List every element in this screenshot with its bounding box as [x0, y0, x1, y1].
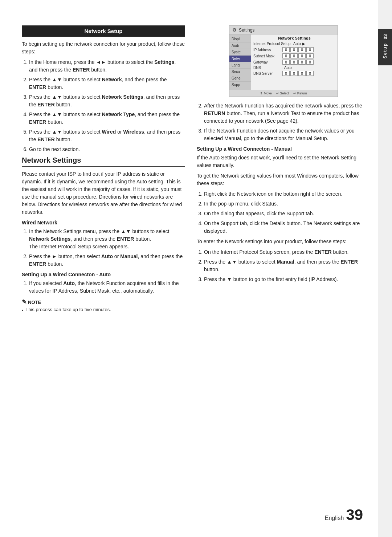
note-bullet: ▪: [22, 308, 23, 313]
settings-screenshot: ⚙ Settings Displ Audi Syste Netw Lang Se…: [229, 25, 338, 97]
dns-cell-4: 0: [306, 71, 314, 76]
left-column: Network Setup To begin setting up the ne…: [22, 25, 185, 313]
auto-title: Setting Up a Wired Connecton - Auto: [22, 272, 185, 277]
footer-move: ⇕ Move: [260, 91, 272, 95]
manual-step-4: On the Support tab, click the Details bu…: [204, 220, 370, 235]
manual-title: Setting Up a Wired Connecton - Manual: [197, 146, 370, 152]
dns-server-values: 0 0 0 0: [282, 71, 314, 76]
wired-step-2: Press the ► button, then select Auto or …: [29, 253, 185, 268]
note-title: ✎NOTE: [22, 298, 185, 305]
note-text: This process can take up to five minutes…: [25, 307, 111, 312]
dns-cell-2: 0: [290, 71, 298, 76]
manual-step-3: On the dialog that appears, click the Su…: [204, 210, 370, 217]
gateway-values: 0 0 0 0: [282, 60, 314, 65]
ip-cell-3: 0: [298, 47, 306, 52]
sidebar-item-security: Secu: [229, 69, 251, 75]
auto-step-1: If you selected Auto, the Network Functi…: [29, 280, 185, 295]
footer-select: ↵ Select: [276, 91, 289, 95]
settings-footer: ⇕ Move ↵ Select ↩ Return: [229, 90, 338, 97]
sidebar-item-language: Lang: [229, 62, 251, 69]
subnet-row: Subnet Mask 0 0 0 0: [253, 53, 335, 58]
gateway-cell-4: 0: [306, 60, 314, 65]
gateway-label: Gateway: [253, 60, 282, 64]
dns-cell-1: 0: [282, 71, 290, 76]
settings-inner: Displ Audi Syste Netw Lang Secu Gene Sup…: [229, 34, 338, 90]
side-tab-num: 03: [383, 34, 388, 39]
footer-language: English: [325, 515, 344, 521]
settings-main-title: Network Settings: [253, 36, 335, 40]
setup-step-5: Press the ▲▼ buttons to select Wired or …: [29, 128, 185, 143]
manual-step-2: In the pop-up menu, click Status.: [204, 200, 370, 208]
gateway-cell-1: 0: [282, 60, 290, 65]
main-content: Network Setup To begin setting up the ne…: [22, 25, 370, 313]
subnet-cell-1: 0: [282, 53, 290, 58]
note-icon: ✎: [22, 299, 26, 305]
auto-steps-list: If you selected Auto, the Network Functi…: [29, 280, 185, 295]
subnet-cell-4: 0: [306, 53, 314, 58]
dns-value: : Auto: [282, 66, 292, 70]
network-settings-title: Network Settings: [22, 156, 185, 167]
subnet-cell-3: 0: [298, 53, 306, 58]
gateway-cell-3: 0: [298, 60, 306, 65]
side-tab-inner: 03 Setup: [378, 29, 392, 65]
settings-sidebar: Displ Audi Syste Netw Lang Secu Gene Sup…: [229, 34, 251, 90]
manual-product-step-1: On the Internet Protocol Setup screen, p…: [204, 248, 370, 256]
intro-text: To begin setting up the network connecti…: [22, 40, 185, 56]
ip-cell-4: 0: [306, 47, 314, 52]
dns-label: DNS: [253, 66, 282, 70]
ip-values: 0 0 0 0: [282, 47, 314, 52]
gateway-row: Gateway 0 0 0 0: [253, 60, 335, 65]
side-tab-outer: 03 Setup: [378, 0, 392, 537]
page-footer: English 39: [325, 507, 363, 522]
settings-main: Network Settings Internet Protocol Setup…: [251, 34, 338, 90]
wired-network-title: Wired Network: [22, 220, 185, 225]
dns-server-row: DNS Server 0 0 0 0: [253, 71, 335, 76]
manual-steps-list: Right click the Network icon on the bott…: [204, 190, 370, 235]
ip-label: IP Address: [253, 48, 282, 52]
wired-steps-list: In the Network Settings menu, press the …: [29, 228, 185, 268]
footer-return: ↩ Return: [293, 91, 307, 95]
subnet-cell-2: 0: [290, 53, 298, 58]
dropdown-arrow: ▶: [302, 42, 305, 46]
manual-product-steps-list: On the Internet Protocol Setup screen, p…: [204, 248, 370, 283]
manual-product-step-2: Press the ▲▼ buttons to select Manual, a…: [204, 258, 370, 273]
right-column: ⚙ Settings Displ Audi Syste Netw Lang Se…: [197, 25, 370, 313]
sidebar-item-system: Syste: [229, 49, 251, 56]
right-step-3: If the Network Function does not acquire…: [204, 127, 370, 142]
setup-step-4: Press the ▲▼ buttons to select Network T…: [29, 111, 185, 126]
sidebar-item-general: Gene: [229, 75, 251, 82]
setup-step-2: Press the ▲▼ buttons to select Network, …: [29, 76, 185, 91]
manual-step-1: Right click the Network icon on the bott…: [204, 190, 370, 198]
dns-server-label: DNS Server: [253, 72, 282, 76]
sidebar-item-display: Displ: [229, 36, 251, 42]
dns-row: DNS : Auto: [253, 66, 335, 70]
ip-address-row: IP Address 0 0 0 0: [253, 47, 335, 52]
side-tab-text: Setup: [383, 43, 388, 58]
setup-steps-list: In the Home menu, press the ◄► buttons t…: [29, 58, 185, 153]
sidebar-item-network: Netw: [229, 56, 251, 62]
subnet-label: Subnet Mask: [253, 54, 282, 58]
ip-cell-1: 0: [282, 47, 290, 52]
manual-product-step-3: Press the ▼ button to go to the first en…: [204, 276, 370, 283]
right-step-2: After the Network Function has acquired …: [204, 102, 370, 125]
setup-step-1: In the Home menu, press the ◄► buttons t…: [29, 58, 185, 74]
protocol-label: Internet Protocol Setup : Auto: [253, 42, 301, 46]
gateway-cell-2: 0: [290, 60, 298, 65]
setup-step-3: Press the ▲▼ buttons to select Network S…: [29, 93, 185, 109]
right-steps-2-3: After the Network Function has acquired …: [204, 102, 370, 142]
settings-title-bar: ⚙ Settings: [229, 26, 338, 34]
network-setup-header: Network Setup: [22, 25, 185, 37]
page-container: 03 Setup Network Setup To begin setting …: [0, 0, 392, 537]
protocol-row: Internet Protocol Setup : Auto ▶: [253, 42, 335, 46]
manual-outro: To enter the Network settings into your …: [197, 238, 370, 245]
manual-intro2: To get the Network setting values from m…: [197, 172, 370, 187]
dns-cell-3: 0: [298, 71, 306, 76]
note-section: ✎NOTE ▪ This process can take up to five…: [22, 298, 185, 313]
network-settings-intro: Please contact your ISP to find out if y…: [22, 170, 185, 216]
manual-intro: If the Auto Setting does not work, you'l…: [197, 154, 370, 169]
sidebar-item-support: Supp: [229, 82, 251, 88]
footer-page-number: 39: [346, 507, 363, 522]
sidebar-item-audio: Audi: [229, 42, 251, 49]
subnet-values: 0 0 0 0: [282, 53, 314, 58]
wired-step-1: In the Network Settings menu, press the …: [29, 228, 185, 251]
